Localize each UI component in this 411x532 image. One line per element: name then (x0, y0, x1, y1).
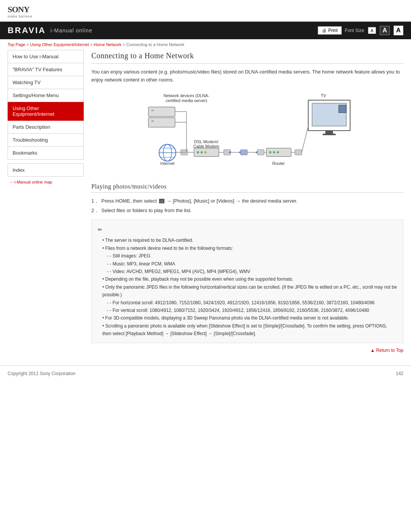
sidebar-item-index[interactable]: Index (8, 163, 84, 177)
content-area: Connecting to a Home Network You can enj… (91, 50, 403, 358)
sidebar-item-settings[interactable]: Settings/Home Menu (8, 89, 84, 102)
breadcrumb-equipment[interactable]: Using Other Equipment/Internet (30, 42, 89, 47)
note-sub-still: - Still images: JPEG (107, 252, 397, 260)
note-icon: ✏ (98, 225, 397, 235)
return-to-top[interactable]: Return to Top (91, 343, 403, 358)
step-2-text: Select files or folders to play from the… (101, 207, 191, 214)
main-layout: How to Use i-Manual "BRAVIA" TV Features… (0, 50, 411, 365)
svg-rect-9 (148, 118, 175, 127)
sidebar-item-how-to-use[interactable]: How to Use i-Manual (8, 50, 84, 63)
header: SONY make.believe (0, 0, 411, 22)
svg-text:Router: Router (272, 161, 285, 166)
breadcrumb: Top Page > Using Other Equipment/Interne… (0, 39, 411, 50)
nav-bar: BRAVIA i-Manual online 🖨 Print Font Size… (0, 22, 411, 39)
svg-point-23 (204, 151, 207, 153)
sidebar-item-bookmarks[interactable]: Bookmarks (8, 147, 84, 160)
step-1: 1． Press HOME, then select ⌂ → [Photos],… (91, 197, 403, 205)
note-sub-video: - Video: AVCHD, MPEG2, MPEG1, MP4 (AVC),… (107, 268, 397, 275)
section-title-playing: Playing photos/music/videos (91, 183, 403, 193)
svg-rect-7 (339, 105, 346, 113)
bravia-logo: BRAVIA (8, 26, 46, 35)
note-bullet-4: Only the panoramic JPEG files in the fol… (102, 283, 397, 299)
font-large-button[interactable]: A (393, 26, 403, 35)
sidebar-item-watching-tv[interactable]: Watching TV (8, 76, 84, 89)
svg-rect-6 (323, 134, 336, 135)
svg-text:TV: TV (321, 93, 327, 98)
svg-rect-5 (325, 131, 333, 134)
font-medium-button[interactable]: A (380, 26, 390, 35)
font-size-label: Font Size (345, 28, 364, 33)
print-label: Print (328, 28, 338, 33)
diagram-svg: Network devices (DLNA- certified media s… (137, 92, 358, 176)
note-box: ✏ The server is required to be DLNA-cert… (91, 220, 403, 343)
svg-rect-32 (257, 150, 264, 155)
network-diagram: Network devices (DLNA- certified media s… (137, 92, 358, 176)
page-number: 142 (396, 371, 403, 376)
steps-list: 1． Press HOME, then select ⌂ → [Photos],… (91, 197, 403, 214)
sidebar-item-parts[interactable]: Parts Description (8, 121, 84, 134)
svg-text:DSL Modem/: DSL Modem/ (194, 139, 219, 144)
svg-line-45 (302, 126, 308, 152)
breadcrumb-top[interactable]: Top Page (8, 42, 25, 47)
svg-text:Cable Modem: Cable Modem (193, 144, 219, 149)
svg-rect-10 (151, 110, 154, 111)
sidebar-map-link[interactable]: i-Manual online map (8, 180, 84, 184)
sidebar-item-bravia-features[interactable]: "BRAVIA" TV Features (8, 63, 84, 76)
step-2: 2． Select files or folders to play from … (91, 207, 403, 214)
note-bullet-3: Depending on the file, playback may not … (102, 275, 397, 283)
note-sub-horiz: - For horizontal scroll: 4912/1080, 7152… (107, 299, 397, 307)
breadcrumb-homenetwork[interactable]: Home Network (94, 42, 121, 47)
step-1-text: Press HOME, then select ⌂ → [Photos], [M… (101, 197, 298, 205)
footer: Copyright 2011 Sony Corporation 142 (0, 365, 411, 382)
print-icon: 🖨 (322, 28, 327, 33)
font-small-button[interactable]: A (368, 27, 376, 34)
svg-rect-11 (151, 120, 154, 122)
svg-text:Internet: Internet (160, 161, 174, 166)
page-title: Connecting to a Home Network (91, 51, 403, 64)
step-2-num: 2． (91, 207, 99, 214)
note-sub-vert: - For vertical scroll: 1080/4912, 1080/7… (107, 307, 397, 314)
note-bullet-5: For 3D-compatible models, displaying a 3… (102, 314, 397, 322)
svg-point-21 (197, 151, 199, 153)
intro-text: You can enjoy various content (e.g. phot… (91, 68, 403, 84)
print-button[interactable]: 🖨 Print (318, 26, 342, 35)
svg-point-26 (269, 151, 271, 153)
sony-tagline: make.believe (8, 14, 403, 18)
step-1-num: 1． (91, 197, 99, 205)
breadcrumb-current: Connecting to a Home Network (126, 42, 185, 47)
note-sub-music: - Music: MP3, linear PCM, WMA (107, 260, 397, 268)
svg-marker-48 (255, 151, 257, 153)
svg-point-27 (273, 151, 275, 153)
svg-rect-33 (295, 150, 302, 155)
sidebar: How to Use i-Manual "BRAVIA" TV Features… (8, 50, 84, 358)
note-bullet-6: Scrolling a panoramic photo is available… (102, 322, 397, 338)
sony-logo: SONY (8, 5, 403, 14)
svg-marker-47 (238, 151, 241, 153)
svg-point-22 (201, 151, 203, 153)
home-icon: ⌂ (159, 199, 164, 203)
sidebar-item-equipment[interactable]: Using Other Equipment/Internet (8, 102, 84, 121)
svg-point-28 (277, 151, 279, 153)
svg-text:certified media server): certified media server) (166, 98, 207, 103)
svg-rect-31 (241, 150, 247, 155)
note-bullet-2: Files from a network device need to be i… (102, 244, 397, 252)
svg-rect-8 (148, 107, 175, 117)
note-bullet-1: The server is required to be DLNA-certif… (102, 236, 397, 244)
svg-text:Network devices (DLNA-: Network devices (DLNA- (164, 93, 210, 98)
imanual-label: i-Manual online (51, 27, 92, 34)
sidebar-item-troubleshooting[interactable]: Troubleshooting (8, 134, 84, 147)
copyright: Copyright 2011 Sony Corporation (8, 371, 75, 376)
